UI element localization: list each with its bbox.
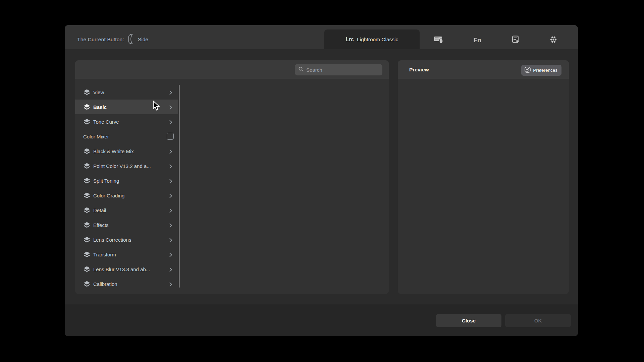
keyboard-mouse-icon [433,35,444,45]
layers-icon [83,192,91,199]
layers-icon [83,118,91,125]
current-button-value: Side [138,37,148,43]
sidebar-item-label: Detail [93,207,106,213]
dialog-footer: Close OK [65,304,578,336]
sidebar-item-label: Lens Corrections [93,237,131,243]
layers-icon [83,163,91,169]
sidebar-item-view[interactable]: View [75,85,178,100]
layers-icon [83,104,91,110]
chevron-right-icon [169,267,172,273]
search-field[interactable] [295,64,382,75]
sidebar-item-label: Tone Curve [93,119,119,125]
lightroom-classic-logo: Lrc [346,37,354,43]
layers-icon [83,177,91,184]
chevron-right-icon [169,252,172,258]
layers-icon [83,251,91,258]
chevron-right-icon [169,238,172,244]
layers-icon [83,207,91,214]
sidebar-item-label: Point Color V13.2 and a... [93,163,151,169]
sidebar-item-label: Black & White Mix [93,148,134,154]
sidebar-item-label: View [93,89,104,95]
fn-icon: Fn [473,37,481,44]
layers-icon [83,89,91,96]
close-button[interactable]: Close [436,314,501,327]
preview-title: Preview [409,60,429,79]
chevron-right-icon [169,164,172,170]
sidebar-item-label: Calibration [93,281,117,287]
sidebar-item-color-grading[interactable]: Color Grading [75,188,178,203]
sidebar-item-label: Effects [93,222,109,228]
sidebar-item-lens-blur-v13-3-and-ab[interactable]: Lens Blur V13.3 and ab... [75,262,178,277]
current-button-indicator: The Current Button: Side [77,25,148,49]
sidebar-item-effects[interactable]: Effects [75,218,178,232]
list-scrollbar[interactable] [179,85,180,288]
sidebar-item-label: Transform [93,252,116,257]
preferences-label: Preferences [533,68,557,73]
chevron-right-icon [169,282,172,288]
checkbox[interactable] [167,133,174,140]
dots-cluster-icon [549,35,558,46]
preferences-button[interactable]: Preferences [521,65,561,76]
chevron-right-icon [169,120,172,126]
macro-list-icon [512,35,520,45]
layers-icon [83,236,91,243]
chevron-right-icon [169,105,172,111]
sidebar-item-point-color-v13-2-and-a[interactable]: Point Color V13.2 and a... [75,159,178,173]
search-input[interactable] [306,67,379,73]
layers-icon [83,222,91,228]
sidebar-item-label: Color Grading [93,193,124,198]
top-bar: The Current Button: Side Lrc Lightroom C… [65,25,578,49]
device-icon [524,66,531,74]
sidebar-item-lens-corrections[interactable]: Lens Corrections [75,232,178,247]
sidebar-item-label: Basic [93,104,107,110]
sidebar-item-color-mixer[interactable]: Color Mixer [75,129,178,144]
tab-lightroom-classic[interactable]: Lrc Lightroom Classic [324,29,420,49]
chevron-right-icon [169,208,172,214]
layers-icon [83,266,91,273]
sidebar-item-transform[interactable]: Transform [75,247,178,262]
tab-macro-list[interactable] [508,33,523,48]
sidebar-item-label: Color Mixer [83,134,109,139]
sidebar-item-calibration[interactable]: Calibration [75,277,178,291]
sidebar-item-basic[interactable]: Basic [75,100,178,114]
preview-panel-header: Preview Preferences [398,60,569,79]
layers-icon [83,281,91,287]
command-category-list: View Basic Tone Curve [75,85,178,291]
tab-label: Lightroom Classic [357,37,398,43]
chevron-right-icon [169,90,172,96]
tab-dots-cluster[interactable] [546,33,561,48]
side-button-icon [128,34,133,46]
button-config-dialog: The Current Button: Side Lrc Lightroom C… [65,25,578,336]
commands-panel-header [75,60,389,79]
sidebar-item-tone-curve[interactable]: Tone Curve [75,114,178,129]
tab-fn[interactable]: Fn [470,33,485,48]
chevron-right-icon [169,193,172,199]
sidebar-item-split-toning[interactable]: Split Toning [75,173,178,188]
tab-keyboard-mouse[interactable] [431,33,446,48]
chevron-right-icon [169,179,172,185]
ok-button[interactable]: OK [505,314,571,327]
layers-icon [83,148,91,155]
search-icon [298,66,304,73]
preview-panel: Preview Preferences [398,60,569,294]
sidebar-item-black-white-mix[interactable]: Black & White Mix [75,144,178,159]
chevron-right-icon [169,149,172,155]
current-button-label: The Current Button: [77,37,124,43]
chevron-right-icon [169,223,172,229]
commands-panel: View Basic Tone Curve [75,60,389,294]
sidebar-item-detail[interactable]: Detail [75,203,178,218]
sidebar-item-label: Split Toning [93,178,119,184]
sidebar-item-label: Lens Blur V13.3 and ab... [93,266,150,272]
